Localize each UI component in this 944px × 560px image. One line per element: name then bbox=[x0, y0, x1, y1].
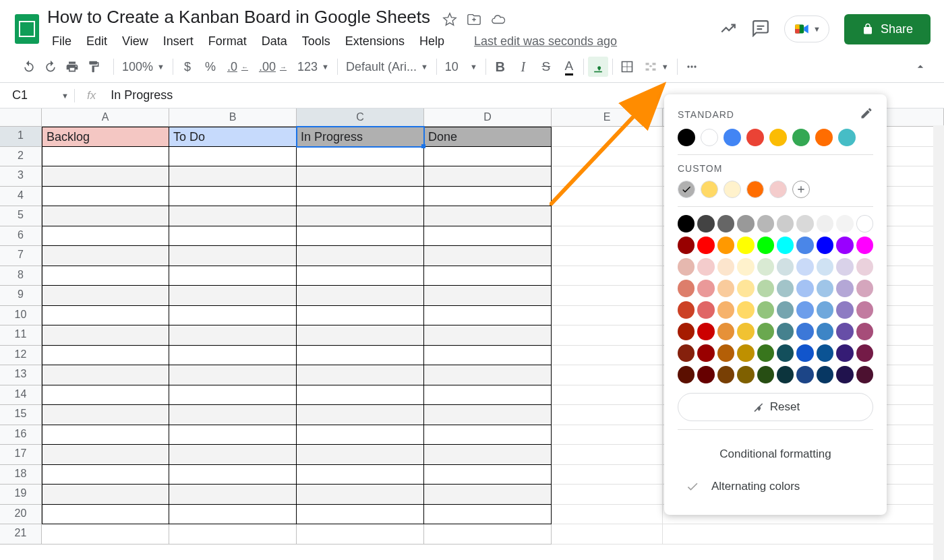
last-edit-link[interactable]: Last edit was seconds ago bbox=[469, 32, 622, 51]
color-swatch[interactable] bbox=[856, 301, 873, 319]
cell[interactable] bbox=[297, 166, 424, 187]
text-color-button[interactable]: A bbox=[559, 57, 579, 77]
cell[interactable] bbox=[169, 246, 297, 266]
color-swatch[interactable] bbox=[836, 344, 853, 362]
color-swatch[interactable] bbox=[701, 129, 718, 146]
star-icon[interactable] bbox=[442, 12, 457, 29]
row-header[interactable]: 5 bbox=[0, 206, 42, 226]
menu-extensions[interactable]: Extensions bbox=[341, 32, 409, 51]
color-swatch[interactable] bbox=[856, 344, 873, 362]
italic-button[interactable]: I bbox=[513, 57, 533, 77]
cell[interactable] bbox=[42, 385, 169, 406]
cell[interactable] bbox=[297, 346, 424, 366]
color-swatch[interactable] bbox=[856, 280, 873, 297]
color-swatch[interactable] bbox=[817, 301, 833, 319]
cell[interactable] bbox=[424, 226, 552, 247]
cell[interactable]: Done bbox=[424, 127, 552, 147]
cell[interactable] bbox=[169, 306, 297, 326]
color-swatch[interactable] bbox=[757, 280, 774, 297]
menu-view[interactable]: View bbox=[117, 32, 153, 51]
color-swatch[interactable] bbox=[717, 323, 734, 340]
color-swatch[interactable] bbox=[836, 323, 853, 340]
color-swatch[interactable] bbox=[777, 258, 794, 276]
color-swatch[interactable] bbox=[717, 366, 734, 383]
color-swatch[interactable] bbox=[757, 258, 774, 276]
cell[interactable] bbox=[42, 187, 169, 207]
color-swatch[interactable] bbox=[817, 280, 833, 297]
row-header[interactable]: 21 bbox=[0, 524, 42, 545]
color-swatch[interactable] bbox=[717, 258, 734, 276]
cell[interactable] bbox=[42, 346, 169, 366]
color-swatch[interactable] bbox=[717, 237, 734, 254]
cell[interactable] bbox=[42, 445, 169, 465]
cell[interactable] bbox=[424, 505, 552, 525]
cell[interactable] bbox=[297, 505, 424, 525]
cell[interactable] bbox=[552, 206, 663, 226]
color-swatch[interactable] bbox=[817, 323, 833, 340]
cell[interactable] bbox=[552, 465, 663, 485]
format-123-button[interactable]: 123▼ bbox=[293, 60, 333, 74]
cell[interactable] bbox=[424, 266, 552, 286]
color-swatch[interactable] bbox=[697, 258, 714, 276]
cell[interactable] bbox=[42, 505, 169, 525]
cell[interactable] bbox=[424, 187, 552, 207]
col-header-e[interactable]: E bbox=[552, 108, 663, 126]
cell[interactable] bbox=[297, 325, 424, 346]
conditional-formatting-link[interactable]: Conditional formatting bbox=[678, 438, 873, 470]
row-header[interactable]: 1 bbox=[0, 127, 42, 147]
color-swatch[interactable] bbox=[836, 280, 853, 297]
color-swatch[interactable] bbox=[697, 301, 714, 319]
cell[interactable] bbox=[297, 147, 424, 167]
cell[interactable] bbox=[424, 166, 552, 187]
color-swatch[interactable] bbox=[737, 280, 754, 297]
cell[interactable] bbox=[297, 524, 424, 545]
color-swatch[interactable] bbox=[737, 301, 754, 319]
cell[interactable] bbox=[42, 286, 169, 306]
cell[interactable] bbox=[552, 365, 663, 385]
reset-button[interactable]: Reset bbox=[678, 393, 873, 421]
redo-button[interactable] bbox=[40, 57, 61, 77]
cell[interactable] bbox=[169, 226, 297, 247]
cell[interactable] bbox=[552, 187, 663, 207]
color-swatch[interactable] bbox=[697, 280, 714, 297]
cell[interactable] bbox=[169, 385, 297, 406]
cell[interactable] bbox=[424, 465, 552, 485]
cell[interactable] bbox=[42, 465, 169, 485]
decrease-decimal-button[interactable]: .0← bbox=[223, 57, 252, 77]
color-swatch[interactable] bbox=[777, 237, 794, 254]
col-header-b[interactable]: B bbox=[169, 108, 297, 126]
color-swatch[interactable] bbox=[856, 323, 873, 340]
color-swatch[interactable] bbox=[697, 237, 714, 254]
color-swatch[interactable] bbox=[746, 181, 764, 198]
col-header-c[interactable]: C bbox=[297, 108, 424, 126]
color-swatch[interactable] bbox=[796, 237, 813, 254]
cell[interactable] bbox=[552, 485, 663, 505]
menu-file[interactable]: File bbox=[47, 32, 76, 51]
cell[interactable] bbox=[42, 166, 169, 187]
cell[interactable] bbox=[424, 485, 552, 505]
cell[interactable] bbox=[297, 365, 424, 385]
row-header[interactable]: 4 bbox=[0, 187, 42, 207]
color-swatch[interactable] bbox=[856, 237, 873, 254]
color-swatch[interactable] bbox=[717, 215, 734, 232]
color-swatch[interactable] bbox=[856, 258, 873, 276]
cell[interactable] bbox=[297, 465, 424, 485]
color-swatch[interactable] bbox=[717, 280, 734, 297]
cell[interactable] bbox=[552, 325, 663, 346]
cell[interactable] bbox=[169, 187, 297, 207]
cloud-icon[interactable] bbox=[491, 12, 506, 29]
color-swatch[interactable] bbox=[737, 366, 754, 383]
row-header[interactable]: 7 bbox=[0, 246, 42, 266]
color-swatch[interactable] bbox=[817, 237, 833, 254]
sheets-logo[interactable] bbox=[13, 13, 40, 45]
cell[interactable] bbox=[552, 166, 663, 187]
color-swatch[interactable] bbox=[701, 181, 718, 198]
row-header[interactable]: 10 bbox=[0, 306, 42, 326]
cell[interactable] bbox=[297, 187, 424, 207]
color-swatch[interactable] bbox=[796, 344, 813, 362]
color-swatch[interactable] bbox=[796, 366, 813, 383]
row-header[interactable]: 9 bbox=[0, 286, 42, 306]
color-swatch[interactable] bbox=[724, 181, 741, 198]
cell[interactable] bbox=[42, 365, 169, 385]
row-header[interactable]: 3 bbox=[0, 166, 42, 187]
